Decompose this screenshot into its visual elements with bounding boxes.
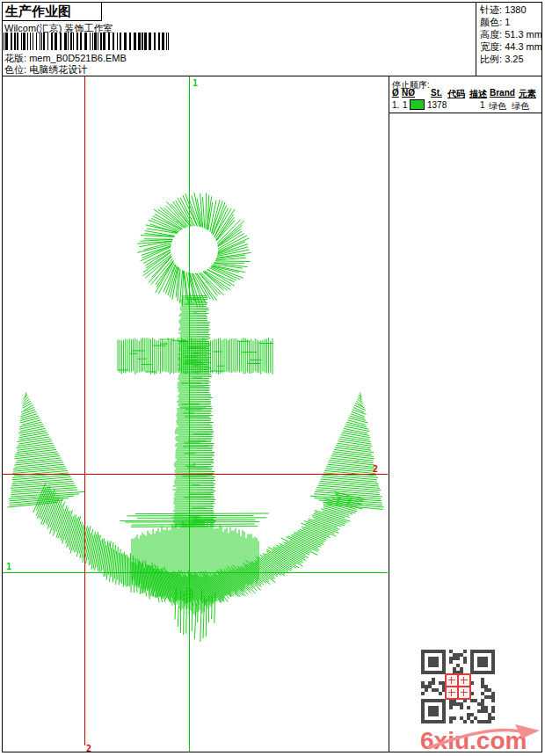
row-description: 绿色 — [489, 100, 506, 113]
row-code: 1 — [480, 100, 485, 110]
production-worksheet: { "header": { "title": "生产作业图", "studio"… — [0, 0, 545, 756]
table-rule — [389, 113, 542, 113]
seal-stamp — [445, 673, 471, 700]
seal-glyph — [447, 675, 457, 686]
end-marker-bottom: 2 — [86, 744, 91, 753]
seal-glyph — [459, 687, 469, 698]
panel-divider — [389, 76, 389, 752]
row-brand: 绿色 — [512, 100, 529, 113]
swoosh-icon — [420, 712, 545, 754]
row-stitches: 1378 — [427, 100, 447, 110]
end-marker-right: 2 — [373, 464, 378, 474]
row-seq: 1. — [392, 100, 399, 110]
row-needle: 1 — [403, 100, 408, 110]
start-marker-top: 1 — [193, 78, 198, 88]
col-code: 代码 — [447, 88, 465, 100]
anchor-stitch-art — [8, 193, 384, 642]
design-canvas: 1 1 2 2 — [0, 0, 545, 756]
seal-glyph — [459, 675, 469, 686]
seal-glyph — [447, 687, 457, 698]
col-brand: Brand — [490, 88, 515, 98]
thread-color-swatch — [410, 99, 425, 110]
col-needle: NØ — [402, 88, 415, 98]
col-element: 元素 — [519, 88, 536, 100]
col-description: 描述 — [469, 88, 487, 100]
col-seq: Ø — [392, 88, 399, 98]
col-stitches: St. — [431, 88, 442, 98]
start-marker-left: 1 — [6, 562, 11, 571]
